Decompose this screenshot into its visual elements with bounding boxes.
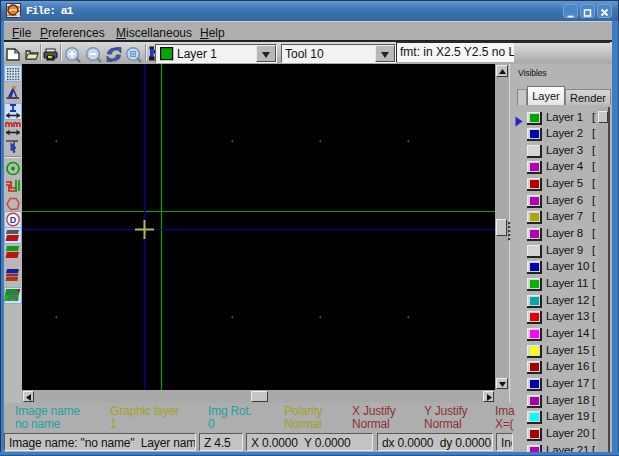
svg-text:D: D xyxy=(10,215,17,225)
